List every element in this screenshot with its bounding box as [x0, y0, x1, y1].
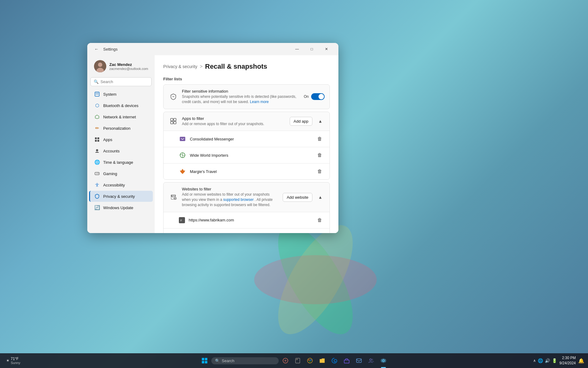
taskbar-icon-edge[interactable] — [329, 355, 340, 366]
weather-widget[interactable]: ☀ 71°F Sunny — [4, 357, 23, 365]
websites-collapse-button[interactable]: ▲ — [316, 193, 325, 201]
accessibility-icon — [94, 182, 100, 188]
breadcrumb-parent[interactable]: Privacy & security — [163, 64, 197, 69]
start-button[interactable] — [199, 355, 210, 366]
sidebar-item-apps[interactable]: Apps — [89, 134, 153, 145]
app-item-wwi: Wide World Importers 🗑 — [164, 147, 330, 163]
maximize-button[interactable]: □ — [305, 44, 319, 54]
taskbar-icon-paint[interactable] — [304, 355, 315, 366]
chevron-up-icon[interactable]: ∧ — [533, 358, 536, 363]
app-item-consolidated: Consolidated Messenger 🗑 — [164, 131, 330, 147]
svg-point-15 — [96, 149, 98, 151]
filter-sensitive-title: Filter sensitive information — [182, 89, 300, 94]
website-item-fabrikam: F https://www.fabrikam.com 🗑 — [164, 212, 330, 228]
breadcrumb-separator: > — [200, 64, 202, 69]
websites-to-filter-card: Websites to filter Add or remove website… — [163, 182, 330, 233]
minimize-button[interactable]: — — [290, 44, 304, 54]
taskbar-search-label: Search — [222, 358, 234, 363]
svg-rect-16 — [95, 172, 99, 175]
filter-sensitive-learn-more[interactable]: Learn more — [250, 100, 269, 104]
taskbar-icon-apps[interactable] — [280, 355, 291, 366]
app-name-margies: Margie's Travel — [190, 169, 311, 174]
taskbar-icon-mail[interactable] — [353, 355, 364, 366]
search-icon: 🔍 — [94, 79, 99, 84]
main-content: Privacy & security > Recall & snapshots … — [155, 55, 338, 233]
sidebar-item-time[interactable]: 🌐 Time & language — [89, 157, 153, 168]
volume-icon[interactable]: 🔊 — [545, 358, 550, 363]
svg-rect-41 — [202, 361, 204, 363]
taskbar-left: ☀ 71°F Sunny — [4, 357, 23, 365]
taskbar-icon-folder[interactable] — [317, 355, 328, 366]
sys-tray-icons: ∧ 🌐 🔊 🔋 — [533, 358, 557, 363]
sidebar-search-box[interactable]: 🔍 — [90, 77, 152, 86]
filter-sensitive-desc-text: Snapshots where potentially sensitive in… — [182, 94, 296, 104]
apps-collapse-button[interactable]: ▲ — [316, 117, 325, 125]
taskbar-icon-store[interactable] — [341, 355, 352, 366]
network-tray-icon[interactable]: 🌐 — [538, 358, 543, 363]
taskbar-icon-settings[interactable] — [378, 355, 389, 366]
title-bar: ← Settings — □ ✕ — [87, 43, 338, 55]
delete-margies-button[interactable]: 🗑 — [315, 167, 325, 176]
svg-point-49 — [309, 361, 311, 362]
sidebar-item-network[interactable]: Network & internet — [89, 111, 153, 122]
sidebar-item-system[interactable]: System — [89, 89, 153, 100]
website-url-fabrikam: https://www.fabrikam.com — [189, 218, 311, 222]
update-icon: 🔄 — [94, 205, 100, 211]
apps-filter-icon — [168, 116, 178, 126]
supported-browser-link[interactable]: supported browser — [223, 197, 254, 202]
sidebar-item-apps-label: Apps — [103, 137, 112, 142]
time-icon: 🌐 — [94, 159, 100, 165]
sidebar-item-update[interactable]: 🔄 Windows Update — [89, 202, 153, 213]
sidebar-item-bluetooth-label: Bluetooth & devices — [103, 103, 138, 108]
sidebar-item-bluetooth[interactable]: ⬡ Bluetooth & devices — [89, 100, 153, 111]
sidebar-item-update-label: Windows Update — [103, 205, 133, 210]
taskbar-clock[interactable]: 2:30 PM 9/24/2024 — [560, 355, 576, 366]
delete-consolidated-button[interactable]: 🗑 — [315, 134, 325, 144]
toggle-switch[interactable] — [311, 93, 325, 100]
websites-filter-icon — [168, 192, 178, 202]
svg-point-48 — [310, 359, 311, 361]
fabrikam-icon: F — [179, 217, 185, 223]
taskbar-icon-files[interactable] — [292, 355, 303, 366]
network-icon — [94, 114, 100, 120]
taskbar-search-icon: 🔍 — [215, 358, 220, 363]
filter-sensitive-text: Filter sensitive information Snapshots w… — [182, 89, 300, 105]
delete-proseware-button[interactable]: 🗑 — [315, 232, 325, 233]
wwi-icon — [179, 151, 186, 159]
svg-rect-45 — [296, 358, 298, 360]
battery-icon[interactable]: 🔋 — [552, 358, 557, 363]
filter-sensitive-toggle[interactable]: On — [304, 93, 325, 100]
user-name: Zac Mendez — [109, 62, 148, 67]
svg-rect-42 — [205, 361, 207, 363]
sidebar-item-accessibility[interactable]: Accessibility — [89, 179, 153, 190]
taskbar-icon-teams[interactable] — [366, 355, 377, 366]
svg-point-52 — [370, 359, 371, 361]
consolidated-messenger-icon — [179, 135, 186, 143]
sidebar-item-gaming[interactable]: Gaming — [89, 168, 153, 179]
sidebar-item-privacy[interactable]: Privacy & security — [89, 191, 153, 202]
svg-text:F: F — [180, 219, 182, 222]
weather-info: 71°F Sunny — [11, 357, 20, 365]
delete-wwi-button[interactable]: 🗑 — [315, 150, 325, 160]
sidebar-item-system-label: System — [103, 92, 116, 97]
user-profile[interactable]: Zac Mendez zacmendez@outlook.com — [89, 58, 153, 76]
window-controls: — □ ✕ — [290, 44, 334, 54]
filter-sensitive-icon — [168, 92, 178, 102]
close-button[interactable]: ✕ — [319, 44, 334, 54]
settings-window: ← Settings — □ ✕ — [87, 43, 338, 233]
sidebar-item-accounts[interactable]: Accounts — [89, 145, 153, 156]
svg-point-1 — [264, 214, 368, 345]
delete-fabrikam-button[interactable]: 🗑 — [315, 215, 325, 225]
notification-icon[interactable]: 🔔 — [578, 358, 584, 364]
clock-date: 9/24/2024 — [560, 361, 576, 366]
add-website-button[interactable]: Add website — [283, 193, 312, 202]
sidebar-item-personalization[interactable]: ✏ Personalization — [89, 123, 153, 134]
svg-point-2 — [254, 255, 377, 304]
search-input[interactable] — [100, 79, 152, 84]
svg-point-21 — [97, 183, 98, 184]
add-app-button[interactable]: Add app — [290, 117, 312, 126]
back-button[interactable]: ← — [92, 45, 101, 53]
taskbar-search[interactable]: 🔍 Search — [211, 357, 279, 364]
svg-point-5 — [254, 255, 377, 304]
websites-to-filter-text: Websites to filter Add or remove website… — [182, 187, 279, 207]
